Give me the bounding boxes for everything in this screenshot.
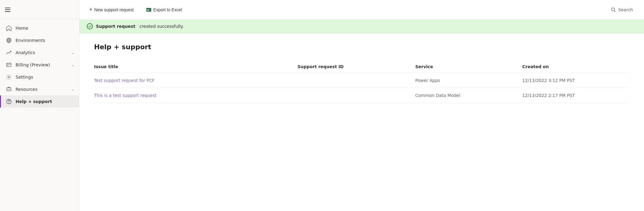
chevron-down-icon-billing: ⌄ [71, 63, 74, 67]
success-banner: Support request created successfully. [79, 20, 644, 33]
svg-point-12 [611, 8, 614, 11]
svg-point-7 [9, 102, 9, 103]
content-area: Help + support Issue title Support reque… [79, 33, 644, 211]
globe-icon [6, 37, 12, 43]
new-support-request-button[interactable]: + New support request [87, 5, 136, 15]
col-header-created: Created on [522, 61, 629, 73]
search-icon [611, 7, 616, 12]
resources-icon [6, 86, 12, 92]
sidebar: Home Environments Analytic [0, 0, 79, 211]
sidebar-item-label-resources: Resources [16, 87, 68, 92]
support-table: Issue title Support request ID Service C… [94, 61, 629, 103]
main-content: + New support request X Export to Excel [79, 0, 644, 211]
request-id-2 [298, 88, 415, 103]
success-icon [87, 23, 93, 29]
sidebar-item-home[interactable]: Home [0, 22, 79, 34]
chevron-down-icon-resources: ⌄ [71, 87, 74, 91]
sidebar-item-help-support[interactable]: Help + support [0, 95, 79, 108]
table-row: This is a test support request Common Da… [94, 88, 629, 103]
new-request-label: New support request [94, 7, 134, 12]
table-row: Test support request for PCF Power Apps … [94, 73, 629, 88]
export-label: Export to Excel [153, 7, 182, 12]
created-on-1: 12/13/2022 3:12 PM PST [522, 73, 629, 88]
sidebar-item-label-home: Home [16, 26, 74, 31]
table-header: Issue title Support request ID Service C… [94, 61, 629, 73]
billing-icon [6, 62, 12, 68]
help-icon [6, 98, 12, 105]
sidebar-item-environments[interactable]: Environments [0, 34, 79, 46]
success-text-part1: Support request [96, 24, 135, 29]
svg-rect-3 [7, 65, 8, 66]
sidebar-item-label-settings: Settings [16, 75, 74, 80]
search-label: Search [618, 7, 633, 12]
created-on-2: 12/13/2022 2:17 PM PST [522, 88, 629, 103]
svg-rect-2 [7, 63, 11, 67]
service-2: Common Data Model [415, 88, 522, 103]
analytics-icon [6, 50, 12, 56]
sidebar-item-resources[interactable]: Resources ⌄ [0, 83, 79, 95]
sidebar-item-billing[interactable]: Billing (Preview) ⌄ [0, 59, 79, 71]
hamburger-menu-icon[interactable] [5, 7, 11, 13]
issue-title-1[interactable]: Test support request for PCF [94, 73, 298, 88]
request-id-1 [298, 73, 415, 88]
sidebar-item-label-help-support: Help + support [16, 99, 74, 104]
sidebar-nav: Home Environments Analytic [0, 20, 79, 211]
service-1: Power Apps [415, 73, 522, 88]
success-text-part2: created successfully. [139, 24, 184, 29]
gear-icon [6, 74, 12, 80]
sidebar-header [0, 0, 79, 20]
sidebar-item-label-billing: Billing (Preview) [16, 62, 68, 67]
sidebar-item-label-environments: Environments [16, 38, 74, 43]
home-icon [6, 25, 12, 31]
sidebar-item-settings[interactable]: Settings [0, 71, 79, 83]
svg-rect-11 [146, 10, 151, 10]
export-to-excel-button[interactable]: X Export to Excel [144, 5, 185, 14]
sidebar-item-label-analytics: Analytics [16, 50, 68, 55]
plus-icon: + [89, 6, 93, 13]
success-message: Support request created successfully. [96, 24, 184, 29]
sidebar-item-analytics[interactable]: Analytics ⌄ [0, 46, 79, 59]
col-header-id: Support request ID [298, 61, 415, 73]
issue-title-2[interactable]: This is a test support request [94, 88, 298, 103]
chevron-down-icon: ⌄ [71, 51, 74, 55]
svg-point-4 [8, 76, 10, 78]
table-body: Test support request for PCF Power Apps … [94, 73, 629, 103]
excel-icon: X [146, 7, 152, 13]
toolbar: + New support request X Export to Excel [79, 0, 644, 20]
search-area[interactable]: Search [607, 6, 637, 14]
col-header-service: Service [415, 61, 522, 73]
page-title: Help + support [94, 43, 629, 51]
col-header-issue: Issue title [94, 61, 298, 73]
